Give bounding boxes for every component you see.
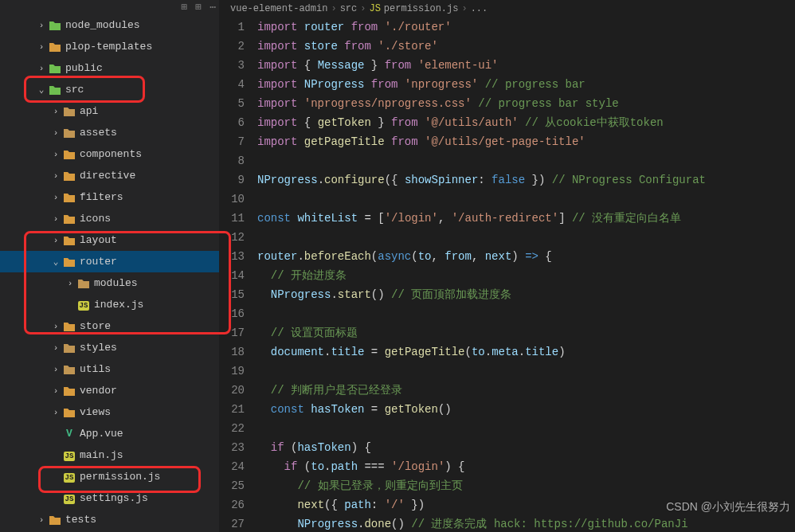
editor-pane: vue-element-admin › src › JS permission.… (219, 0, 795, 532)
code-line[interactable]: import NProgress from 'nprogress' // pro… (257, 75, 795, 94)
tree-item-views[interactable]: ›views (0, 401, 219, 423)
tree-item-label: App.vue (80, 428, 123, 440)
code-line[interactable] (257, 228, 795, 247)
tree-item-label: filters (80, 191, 123, 203)
line-number: 13 (219, 247, 245, 266)
tree-item-components[interactable]: ›components (0, 143, 219, 165)
folder-orange-icon (62, 406, 76, 418)
tree-item-label: api (80, 105, 98, 117)
tree-item-modules[interactable]: ›modules (0, 272, 219, 294)
tree-item-label: src (65, 84, 84, 96)
chevron-icon[interactable]: › (49, 236, 62, 245)
tree-item-app-vue[interactable]: VApp.vue (0, 423, 219, 444)
chevron-icon[interactable]: ⌄ (35, 84, 48, 95)
code-line[interactable]: import { getToken } from '@/utils/auth' … (257, 113, 795, 132)
tree-item-src[interactable]: ⌄src (0, 79, 219, 100)
breadcrumb-seg[interactable]: permission.js (384, 3, 459, 14)
tree-item-public[interactable]: ›public (0, 57, 219, 79)
tree-item-utils[interactable]: ›utils (0, 358, 219, 380)
new-file-icon[interactable]: ⊞ (182, 1, 188, 14)
watermark: CSDN @小刘先生很努力 (666, 500, 790, 514)
tree-item-directive[interactable]: ›directive (0, 165, 219, 186)
code-line[interactable]: import { Message } from 'element-ui' (257, 56, 795, 75)
code-line[interactable]: NProgress.start() // 页面顶部加载进度条 (257, 285, 795, 304)
tree-item-index-js[interactable]: JSindex.js (0, 294, 219, 315)
breadcrumb[interactable]: vue-element-admin › src › JS permission.… (219, 0, 795, 18)
chevron-icon[interactable]: › (64, 279, 76, 288)
tree-item-main-js[interactable]: JSmain.js (0, 444, 219, 466)
chevron-right-icon: › (331, 3, 336, 14)
chevron-icon[interactable]: › (35, 42, 48, 52)
code-line[interactable]: // 如果已登录，则重定向到主页 (257, 476, 795, 495)
code-line[interactable]: // 开始进度条 (257, 266, 795, 285)
code-area[interactable]: 1234567891011121314151617181920212223242… (219, 18, 795, 532)
tree-item-plop-templates[interactable]: ›plop-templates (0, 36, 219, 57)
tree-item-filters[interactable]: ›filters (0, 186, 219, 208)
tree-item-layout[interactable]: ›layout (0, 229, 219, 251)
chevron-icon[interactable]: › (49, 386, 62, 396)
tree-item-label: public (65, 62, 103, 74)
chevron-icon[interactable]: › (49, 343, 62, 353)
chevron-icon[interactable]: ⌄ (49, 256, 62, 267)
code-line[interactable]: document.title = getPageTitle(to.meta.ti… (257, 342, 795, 362)
breadcrumb-more[interactable]: ... (471, 3, 488, 14)
code-line[interactable]: // 判断用户是否已经登录 (257, 381, 795, 400)
code-line[interactable]: const hasToken = getToken() (257, 400, 795, 419)
code-content[interactable]: import router from './router'import stor… (257, 18, 795, 532)
chevron-icon[interactable]: › (49, 150, 62, 159)
js-icon: JS (62, 492, 76, 504)
line-number: 10 (219, 190, 245, 209)
code-line[interactable]: const whiteList = ['/login', '/auth-redi… (257, 209, 795, 228)
chevron-icon[interactable]: › (49, 171, 62, 181)
more-icon[interactable]: ⋯ (210, 1, 216, 14)
new-folder-icon[interactable]: ⊞ (195, 1, 202, 14)
tree-item-styles[interactable]: ›styles (0, 337, 219, 358)
chevron-icon[interactable]: › (35, 64, 48, 73)
line-number: 15 (219, 285, 245, 304)
chevron-icon[interactable]: › (49, 214, 62, 224)
vue-icon: V (62, 428, 76, 440)
tree-item-store[interactable]: ›store (0, 315, 219, 337)
code-line[interactable]: import router from './router' (257, 18, 795, 37)
code-line[interactable] (257, 151, 795, 170)
tree-item-vendor[interactable]: ›vendor (0, 380, 219, 401)
chevron-icon[interactable]: › (49, 408, 62, 417)
code-line[interactable]: router.beforeEach(async(to, from, next) … (257, 247, 795, 266)
tree-item-node_modules[interactable]: ›node_modules (0, 14, 219, 36)
breadcrumb-seg[interactable]: vue-element-admin (230, 3, 327, 14)
code-line[interactable]: import store from './store' (257, 37, 795, 56)
tree-item-router[interactable]: ⌄router (0, 251, 219, 272)
tree-item-icons[interactable]: ›icons (0, 208, 219, 229)
tree-item-tests[interactable]: ›tests (0, 509, 219, 530)
line-number: 4 (219, 75, 245, 94)
tree-item-assets[interactable]: ›assets (0, 122, 219, 143)
line-number: 7 (219, 132, 245, 151)
chevron-icon[interactable]: › (49, 322, 62, 331)
code-line[interactable]: // 设置页面标题 (257, 323, 795, 342)
tree-item-settings-js[interactable]: JSsettings.js (0, 487, 219, 509)
code-line[interactable]: import getPageTitle from '@/utils/get-pa… (257, 132, 795, 151)
chevron-icon[interactable]: › (35, 21, 48, 30)
tree-item-permission-js[interactable]: JSpermission.js (0, 466, 219, 487)
breadcrumb-seg[interactable]: src (340, 3, 358, 14)
folder-orange-icon (62, 191, 76, 203)
code-line[interactable]: if (hasToken) { (257, 438, 795, 457)
code-line[interactable] (257, 190, 795, 209)
chevron-icon[interactable]: › (49, 365, 62, 374)
tree-item-label: router (80, 256, 117, 268)
code-line[interactable]: NProgress.done() // 进度条完成 hack: https://… (257, 514, 795, 532)
chevron-icon[interactable]: › (49, 193, 62, 202)
code-line[interactable] (257, 304, 795, 323)
chevron-icon[interactable]: › (35, 515, 48, 525)
chevron-icon[interactable]: › (49, 107, 62, 116)
code-line[interactable] (257, 419, 795, 438)
code-line[interactable]: import 'nprogress/nprogress.css' // prog… (257, 94, 795, 113)
code-line[interactable]: NProgress.configure({ showSpinner: false… (257, 170, 795, 190)
tree-item-api[interactable]: ›api (0, 100, 219, 122)
tree-item-label: assets (80, 127, 117, 139)
chevron-icon[interactable]: › (49, 128, 62, 138)
code-line[interactable] (257, 362, 795, 381)
code-line[interactable]: if (to.path === '/login') { (257, 457, 795, 476)
chevron-right-icon: › (461, 3, 467, 14)
js-icon: JS (76, 299, 91, 311)
